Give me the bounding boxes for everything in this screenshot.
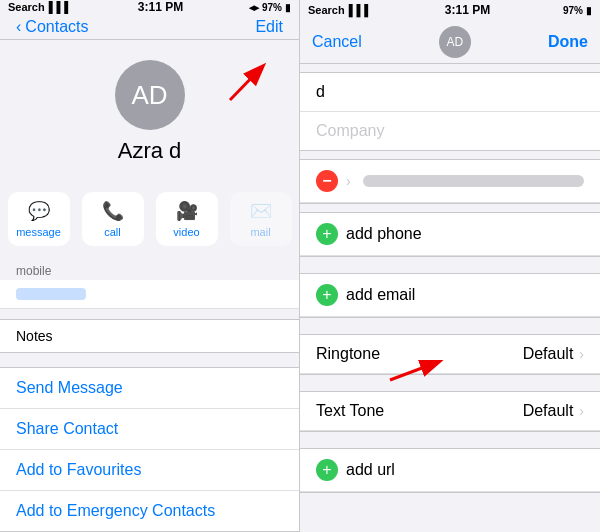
add-url-row[interactable]: + add url <box>300 449 600 492</box>
ringtone-value: Default <box>523 345 574 363</box>
edit-label: Edit <box>255 18 283 35</box>
phone-section: mobile <box>0 258 299 309</box>
name-value: d <box>316 83 325 100</box>
search-text: Search <box>8 1 45 13</box>
video-label: video <box>173 226 199 238</box>
right-nav-bar: Cancel AD Done <box>300 20 600 64</box>
status-bar-left: Search ▌▌▌ 3:11 PM ◂▸ 97% ▮ <box>0 0 299 14</box>
links-group: Send Message Share Contact Add to Favour… <box>0 367 299 532</box>
message-button[interactable]: 💬 message <box>8 192 70 246</box>
add-url-label: add url <box>346 461 395 479</box>
add-phone-button[interactable]: + <box>316 223 338 245</box>
left-panel: Search ▌▌▌ 3:11 PM ◂▸ 97% ▮ ‹ Contacts E… <box>0 0 300 532</box>
message-icon: 💬 <box>28 200 50 222</box>
ringtone-row[interactable]: Ringtone Default › <box>300 335 600 374</box>
phone-redacted-right <box>363 175 584 187</box>
text-tone-section: Text Tone Default › <box>300 391 600 432</box>
cancel-button[interactable]: Cancel <box>312 33 362 51</box>
time-display: 3:11 PM <box>138 0 183 14</box>
ringtone-section: Ringtone Default › <box>300 334 600 375</box>
add-phone-section: + add phone <box>300 212 600 257</box>
back-label: Contacts <box>25 18 88 36</box>
video-icon: 🎥 <box>176 200 198 222</box>
add-phone-row[interactable]: + add phone <box>300 213 600 256</box>
add-email-label: add email <box>346 286 415 304</box>
add-url-button[interactable]: + <box>316 459 338 481</box>
add-email-icon: + <box>322 286 331 304</box>
text-tone-value-container: Default › <box>523 402 584 420</box>
avatar: AD <box>115 60 185 130</box>
add-email-button[interactable]: + <box>316 284 338 306</box>
add-favourites-link[interactable]: Add to Favourites <box>0 450 299 491</box>
contact-header: AD Azra d <box>0 40 299 180</box>
battery-icon: ▮ <box>285 2 291 13</box>
add-phone-label: add phone <box>346 225 422 243</box>
name-input[interactable]: d <box>300 73 600 112</box>
left-nav-bar: ‹ Contacts Edit <box>0 14 299 40</box>
add-url-section: + add url <box>300 448 600 493</box>
name-section: d Company <box>300 72 600 151</box>
right-signal-icon: ▌▌▌ <box>349 4 372 16</box>
text-tone-label: Text Tone <box>316 402 384 420</box>
company-placeholder: Company <box>316 122 384 139</box>
add-email-row[interactable]: + add email <box>300 274 600 317</box>
contact-name: Azra d <box>118 138 182 164</box>
ringtone-chevron-icon: › <box>579 346 584 362</box>
notes-section: Notes <box>0 309 299 353</box>
phone-edit-section: − › <box>300 159 600 204</box>
phone-section-card <box>0 280 299 309</box>
remove-phone-button[interactable]: − <box>316 170 338 192</box>
location-icon: ◂▸ <box>249 2 259 13</box>
call-icon: 📞 <box>102 200 124 222</box>
right-battery-area: 97% ▮ <box>563 5 592 16</box>
video-button[interactable]: 🎥 video <box>156 192 218 246</box>
cancel-label: Cancel <box>312 33 362 50</box>
text-tone-chevron-icon: › <box>579 403 584 419</box>
call-label: call <box>104 226 121 238</box>
ringtone-label: Ringtone <box>316 345 380 363</box>
edit-button[interactable]: Edit <box>255 18 283 36</box>
back-button[interactable]: ‹ Contacts <box>16 18 88 36</box>
spacer-1 <box>300 265 600 273</box>
add-phone-icon: + <box>322 225 331 243</box>
text-tone-value: Default <box>523 402 574 420</box>
phone-edit-row: − › <box>300 160 600 203</box>
avatar-initials: AD <box>131 80 167 111</box>
phone-redacted <box>16 288 86 300</box>
done-label: Done <box>548 33 588 50</box>
add-emergency-link[interactable]: Add to Emergency Contacts <box>0 491 299 531</box>
battery-text: 97% <box>262 2 282 13</box>
right-avatar-initials: AD <box>447 35 464 49</box>
text-tone-row[interactable]: Text Tone Default › <box>300 392 600 431</box>
mail-button[interactable]: ✉️ mail <box>230 192 292 246</box>
call-button[interactable]: 📞 call <box>82 192 144 246</box>
done-button[interactable]: Done <box>548 33 588 51</box>
right-panel: Search ▌▌▌ 3:11 PM 97% ▮ Cancel AD Done <box>300 0 600 532</box>
minus-icon: − <box>322 172 331 190</box>
notes-label: Notes <box>0 319 299 353</box>
spacer-2 <box>300 326 600 334</box>
phone-label: mobile <box>0 258 299 280</box>
share-contact-link[interactable]: Share Contact <box>0 409 299 450</box>
add-url-icon: + <box>322 461 331 479</box>
mail-label: mail <box>250 226 270 238</box>
mail-icon: ✉️ <box>250 200 272 222</box>
right-avatar: AD <box>439 26 471 58</box>
action-buttons-row: 💬 message 📞 call 🎥 video ✉️ mail <box>0 180 299 258</box>
right-status-signal: Search ▌▌▌ <box>308 4 372 16</box>
add-email-section: + add email <box>300 273 600 318</box>
right-battery-text: 97% <box>563 5 583 16</box>
chevron-left-icon: ‹ <box>16 18 21 36</box>
status-bar-right: Search ▌▌▌ 3:11 PM 97% ▮ <box>300 0 600 20</box>
battery-area: ◂▸ 97% ▮ <box>249 2 291 13</box>
phone-chevron-icon: › <box>346 173 351 189</box>
signal-icon: ▌▌▌ <box>49 1 72 13</box>
spacer-4 <box>300 440 600 448</box>
ringtone-value-container: Default › <box>523 345 584 363</box>
spacer-3 <box>300 383 600 391</box>
send-message-link[interactable]: Send Message <box>0 368 299 409</box>
right-time-display: 3:11 PM <box>445 3 490 17</box>
company-input[interactable]: Company <box>300 112 600 150</box>
right-battery-icon: ▮ <box>586 5 592 16</box>
status-bar-signal: Search ▌▌▌ <box>8 1 72 13</box>
